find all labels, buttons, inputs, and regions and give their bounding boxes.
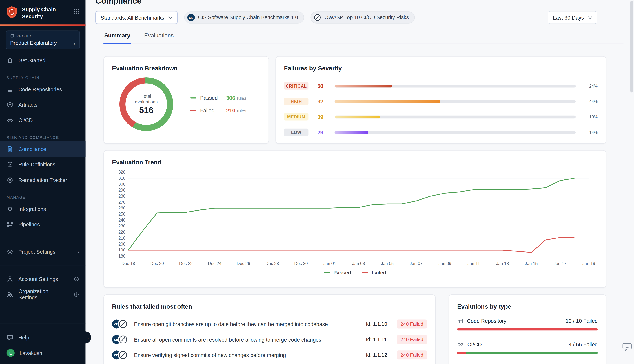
severity-percent: 44% [582,99,598,104]
scrollbar-thumb[interactable] [630,1,633,92]
sidebar-item-remediation-tracker[interactable]: Remediation Tracker [0,172,86,188]
infinity-icon [457,341,464,348]
svg-text:300: 300 [118,182,126,186]
svg-text:Jan 01: Jan 01 [324,261,336,266]
sidebar-item-get-started[interactable]: Get Started [0,52,86,68]
app-window: Supply Chain Security PROJECT Product Ex… [0,0,634,364]
trend-legend: Passed Failed [112,270,598,276]
sidebar-divider [0,324,86,324]
sidebar-item-integrations[interactable]: Integrations [0,201,86,216]
card-title: Evaluation Breakdown [112,65,260,72]
type-row-cicd: CI/CD 4 / 66 Failed [457,341,598,354]
severity-bar [335,131,576,134]
card-title: Evalutions by type [457,303,598,310]
section-label-supply-chain: SUPPLY CHAIN [7,75,79,80]
severity-row-critical: CRITICAL 50 24% [284,82,598,90]
evaluations-by-type-card: Evalutions by type Code Repository 10 / … [449,294,606,364]
benchmark-chip-cis[interactable]: CIS CIS Software Supply Chain Benchmarks… [184,11,304,24]
evaluation-trend-card: Evaluation Trend 32031030029028027026025… [104,150,606,288]
rule-id: Id: 1.1.11 [366,337,391,342]
infinity-icon [7,116,14,124]
svg-text:Dec 26: Dec 26 [237,261,250,266]
svg-text:Dec 30: Dec 30 [294,261,308,266]
legend-failed: Failed [362,270,386,276]
severity-percent: 19% [582,114,598,119]
severity-count: 50 [317,83,331,89]
severity-badge: MEDIUM [284,113,308,120]
severity-percent: 24% [582,84,598,88]
severity-count: 29 [317,129,331,135]
sidebar-item-account-settings[interactable]: Account Settings [0,271,86,286]
chat-bubble-icon [7,334,14,341]
chevron-down-icon [168,16,172,19]
svg-text:280: 280 [118,194,126,198]
project-name: Product Exploratory [10,40,57,46]
standards-filter-dropdown[interactable]: Standards: All Benchmarks [95,11,178,24]
rule-row[interactable]: CIS Ensure verifying signed commits of n… [112,347,427,363]
sidebar-item-rule-definitions[interactable]: Rule Definitions [0,157,86,172]
info-icon [74,276,79,282]
chevron-right-icon: › [77,248,79,254]
severity-badge: LOW [284,129,308,136]
chevron-down-icon [588,16,592,19]
severity-count: 92 [317,98,331,104]
user-menu[interactable]: L Lavakush [0,345,86,360]
sidebar-item-artifacts[interactable]: Artifacts [0,97,86,112]
severity-bar [335,116,576,118]
failed-count-badge: 240 Failed [397,320,427,329]
passed-dash-icon [190,97,196,98]
svg-text:310: 310 [118,176,126,180]
project-selector[interactable]: PROJECT Product Exploratory › [6,30,80,49]
rule-id: Id: 1.1.12 [366,352,391,358]
rule-row[interactable]: CIS Ensure open git branches are up to d… [112,316,427,332]
user-icon [7,276,14,282]
svg-text:Dec 20: Dec 20 [150,261,164,266]
failed-rules-card: Rules that failed most often CIS Ensure … [104,294,436,364]
avatar: L [7,349,15,357]
svg-text:Jan 13: Jan 13 [496,261,509,266]
type-label: CI/CD [467,341,482,347]
sidebar-item-compliance[interactable]: Compliance [0,141,86,157]
severity-badge: HIGH [284,98,308,105]
svg-text:240: 240 [118,218,126,222]
sidebar-item-code-repositories[interactable]: Code Repositories [0,82,86,97]
svg-text:Dec 24: Dec 24 [208,261,221,266]
module-grid-icon[interactable] [74,6,80,16]
owasp-logo-icon [119,320,128,329]
severity-badge: CRITICAL [284,82,308,90]
svg-text:Dec 22: Dec 22 [179,261,193,266]
cube-icon [7,101,14,108]
chevron-right-icon: › [74,40,75,46]
sidebar-divider [0,265,86,266]
tab-summary[interactable]: Summary [104,32,131,44]
passed-dash-icon [324,272,330,273]
rule-id: Id: 1.1.10 [366,321,391,327]
compliance-doc-icon [7,146,14,152]
svg-text:290: 290 [118,188,126,192]
donut-total-value: 516 [139,106,153,115]
type-value: 10 / 10 Failed [566,318,598,324]
date-range-dropdown[interactable]: Last 30 Days [548,11,597,24]
svg-text:180: 180 [118,254,126,258]
tab-evaluations[interactable]: Evaluations [143,32,174,44]
severity-percent: 14% [582,130,598,135]
benchmark-chip-owasp[interactable]: OWASP Top 10 CI/CD Security Risks [310,11,415,24]
dashboard-cards: Evaluation Breakdown Total evaluations 5… [104,56,606,364]
sidebar-item-pipelines[interactable]: Pipelines [0,217,86,232]
sidebar-item-help[interactable]: Help [0,330,86,345]
svg-text:Jan 17: Jan 17 [554,261,566,266]
failed-dash-icon [362,272,368,273]
support-chat-button[interactable] [622,342,632,354]
sidebar-item-organization-settings[interactable]: Organization Settings [0,287,86,302]
donut-legend: Passed 306 rules Failed 210 rules [190,95,246,114]
svg-text:Jan 09: Jan 09 [438,261,451,266]
severity-row-low: LOW 29 14% [284,129,598,136]
sidebar-item-cicd[interactable]: CI/CD [0,112,86,128]
tab-bar: Summary Evaluations [104,32,623,44]
trend-line-chart: 3203103002902802702602502402302202102001… [112,169,598,268]
sidebar-item-project-settings[interactable]: Project Settings › [0,244,86,259]
svg-text:Dec 28: Dec 28 [265,261,279,266]
rule-row[interactable]: CIS Ensure all open comments are resolve… [112,332,427,347]
svg-text:230: 230 [118,224,126,228]
legend-passed: Passed [324,270,351,276]
